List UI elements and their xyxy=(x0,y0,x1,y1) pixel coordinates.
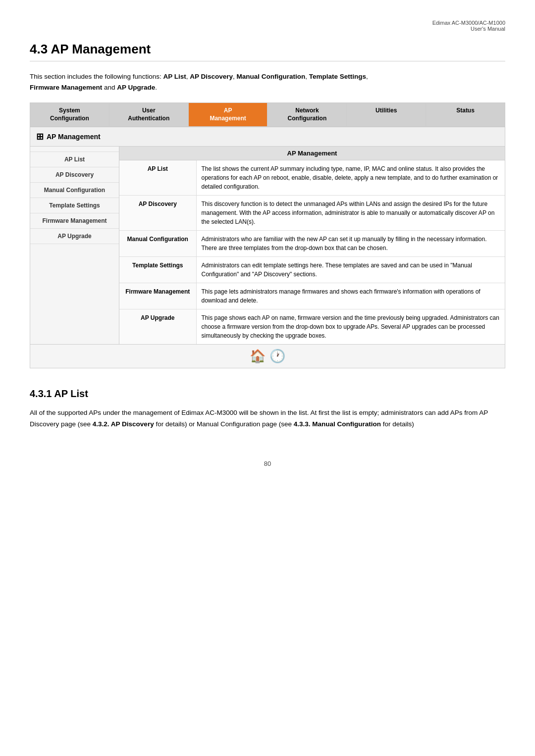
intro-text-before: This section includes the following func… xyxy=(30,73,163,80)
sidebar: AP List AP Discovery Manual Configuratio… xyxy=(30,147,119,344)
ui-title-bar: ⊞ AP Management xyxy=(30,127,505,147)
nav-network-config[interactable]: NetworkConfiguration xyxy=(268,103,347,126)
product-name: Edimax AC-M3000/AC-M1000 xyxy=(432,20,505,26)
ref-ap-discovery: 4.3.2. AP Discovery xyxy=(93,420,154,428)
manual-label: User's Manual xyxy=(471,26,505,32)
chapter-title: 4.3 AP Management xyxy=(30,42,505,61)
intro-bold-manual-config: Manual Configuration xyxy=(237,73,306,80)
feature-manual-config: Manual Configuration xyxy=(119,231,196,257)
nav-user-auth[interactable]: UserAuthentication xyxy=(109,103,189,126)
nav-utilities[interactable]: Utilities xyxy=(347,103,426,126)
intro-paragraph: This section includes the following func… xyxy=(30,71,505,93)
desc-template-settings: Administrators can edit template setting… xyxy=(196,257,505,283)
intro-bold-ap-discovery: AP Discovery xyxy=(190,73,233,80)
sidebar-item-ap-list[interactable]: AP List xyxy=(30,151,119,167)
desc-ap-discovery: This discovery function is to detect the… xyxy=(196,196,505,231)
table-row: Firmware Management This page lets admin… xyxy=(119,283,505,309)
feature-ap-discovery: AP Discovery xyxy=(119,196,196,231)
ap-management-box: ⊞ AP Management AP List AP Discovery Man… xyxy=(30,127,505,368)
desc-firmware-mgmt: This page lets administrators manage fir… xyxy=(196,283,505,309)
section-431-text: All of the supported APs under the manag… xyxy=(30,407,505,430)
nav-status[interactable]: Status xyxy=(426,103,505,126)
nav-system-config[interactable]: SystemConfiguration xyxy=(30,103,109,126)
intro-bold-firmware-mgmt: Firmware Management xyxy=(30,84,102,91)
desc-ap-list: The list shows the current AP summary in… xyxy=(196,160,505,196)
ref-manual-config: 4.3.3. Manual Configuration xyxy=(294,420,381,428)
bottom-icons-bar: 🏠 🕐 xyxy=(30,344,505,368)
table-header: AP Management xyxy=(119,147,505,160)
mgmt-table: AP Management AP List The list shows the… xyxy=(119,147,505,344)
intro-bold-ap-upgrade: AP Upgrade xyxy=(117,84,155,91)
table-row: Template Settings Administrators can edi… xyxy=(119,257,505,283)
table-row: AP Discovery This discovery function is … xyxy=(119,196,505,231)
sidebar-item-ap-upgrade[interactable]: AP Upgrade xyxy=(30,229,119,244)
desc-ap-upgrade: This page shows each AP on name, firmwar… xyxy=(196,309,505,345)
ui-content: AP List AP Discovery Manual Configuratio… xyxy=(30,147,505,344)
nav-ap-management[interactable]: APManagement xyxy=(189,103,268,126)
intro-bold-template-settings: Template Settings xyxy=(309,73,366,80)
ui-title: AP Management xyxy=(47,133,101,141)
sidebar-item-template-settings[interactable]: Template Settings xyxy=(30,198,119,213)
sidebar-item-ap-discovery[interactable]: AP Discovery xyxy=(30,167,119,183)
nav-bar: SystemConfiguration UserAuthentication A… xyxy=(30,102,505,127)
table-row: AP Upgrade This page shows each AP on na… xyxy=(119,309,505,345)
table-area: AP Management AP List The list shows the… xyxy=(119,147,505,344)
feature-firmware-mgmt: Firmware Management xyxy=(119,283,196,309)
page-number: 80 xyxy=(30,460,505,467)
feature-template-settings: Template Settings xyxy=(119,257,196,283)
feature-ap-upgrade: AP Upgrade xyxy=(119,309,196,345)
table-row: AP List The list shows the current AP su… xyxy=(119,160,505,196)
section-431-title: 4.3.1 AP List xyxy=(30,388,505,400)
feature-ap-list: AP List xyxy=(119,160,196,196)
sidebar-item-firmware-mgmt[interactable]: Firmware Management xyxy=(30,213,119,229)
ap-management-icon: ⊞ xyxy=(36,131,44,142)
table-row: Manual Configuration Administrators who … xyxy=(119,231,505,257)
info-icon[interactable]: 🕐 xyxy=(269,349,285,363)
sidebar-item-manual-config[interactable]: Manual Configuration xyxy=(30,183,119,198)
home-icon[interactable]: 🏠 xyxy=(250,349,266,363)
intro-bold-ap-list: AP List xyxy=(163,73,186,80)
header-info: Edimax AC-M3000/AC-M1000 User's Manual xyxy=(30,20,505,32)
desc-manual-config: Administrators who are familiar with the… xyxy=(196,231,505,257)
